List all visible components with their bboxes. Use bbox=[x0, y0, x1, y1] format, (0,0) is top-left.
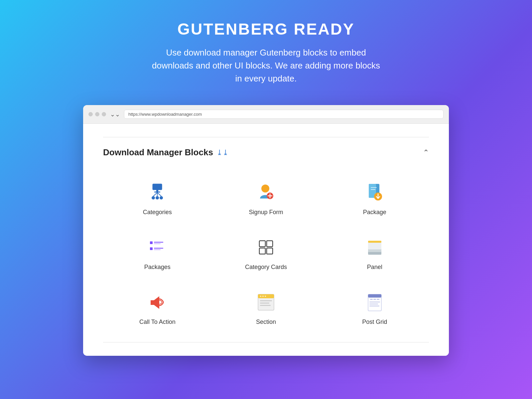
svg-rect-47 bbox=[377, 299, 379, 300]
panel-label: Panel bbox=[367, 264, 382, 271]
chevron-up-icon: ⌃ bbox=[423, 148, 429, 157]
block-item-panel[interactable]: Panel bbox=[320, 226, 429, 281]
blocks-section-title: Download Manager Blocks bbox=[103, 147, 213, 158]
svg-rect-26 bbox=[259, 241, 265, 247]
svg-rect-20 bbox=[154, 242, 163, 243]
svg-rect-27 bbox=[267, 241, 273, 247]
svg-rect-49 bbox=[369, 304, 378, 305]
category-cards-label: Category Cards bbox=[245, 264, 287, 271]
svg-rect-29 bbox=[267, 248, 273, 254]
dot-red bbox=[88, 112, 93, 116]
svg-rect-45 bbox=[370, 299, 373, 300]
svg-rect-44 bbox=[368, 294, 381, 298]
svg-point-38 bbox=[265, 296, 266, 297]
hero-section: GUTENBERG READY Use download manager Gut… bbox=[136, 0, 396, 98]
block-item-category-cards[interactable]: Category Cards bbox=[212, 226, 321, 281]
dot-green bbox=[102, 112, 106, 116]
browser-content: Download Manager Blocks ⤓⤓ ⌃ bbox=[83, 124, 449, 356]
block-item-post-grid[interactable]: Post Grid bbox=[320, 281, 429, 335]
svg-rect-25 bbox=[154, 249, 161, 250]
svg-rect-15 bbox=[371, 187, 377, 188]
browser-url-bar[interactable]: https://www.wpdownloadmanager.com bbox=[124, 110, 444, 119]
svg-rect-0 bbox=[153, 184, 162, 190]
chevron-down-double-icon: ⤓⤓ bbox=[216, 148, 228, 157]
hero-subtitle: Use download manager Gutenberg blocks to… bbox=[150, 46, 382, 85]
svg-line-6 bbox=[153, 193, 157, 196]
svg-rect-46 bbox=[373, 299, 376, 300]
svg-rect-24 bbox=[154, 248, 163, 249]
call-to-action-icon bbox=[146, 291, 169, 314]
panel-icon bbox=[363, 236, 386, 259]
block-item-signup-form[interactable]: Signup Form bbox=[212, 171, 321, 226]
category-cards-icon bbox=[254, 236, 278, 259]
block-item-categories[interactable]: Categories bbox=[103, 171, 212, 226]
block-item-packages[interactable]: Packages bbox=[103, 226, 212, 281]
categories-icon bbox=[146, 181, 169, 204]
svg-rect-1 bbox=[156, 190, 158, 192]
svg-rect-50 bbox=[369, 306, 379, 307]
packages-label: Packages bbox=[144, 264, 171, 271]
svg-point-4 bbox=[156, 196, 159, 200]
svg-point-5 bbox=[160, 196, 163, 200]
blocks-grid: Categories Signup Form bbox=[103, 171, 429, 335]
block-item-section[interactable]: Section bbox=[212, 281, 321, 335]
bottom-divider bbox=[103, 342, 429, 342]
browser-toolbar: ⌄⌄ https://www.wpdownloadmanager.com bbox=[83, 105, 449, 124]
svg-line-8 bbox=[157, 193, 161, 196]
browser-window: ⌄⌄ https://www.wpdownloadmanager.com Dow… bbox=[83, 105, 449, 356]
svg-point-9 bbox=[261, 185, 269, 193]
block-item-package[interactable]: Package bbox=[320, 171, 429, 226]
svg-rect-28 bbox=[259, 248, 265, 254]
signup-form-icon bbox=[254, 181, 278, 204]
svg-rect-39 bbox=[260, 300, 272, 301]
browser-nav-icon: ⌄⌄ bbox=[110, 111, 120, 118]
block-item-call-to-action[interactable]: Call To Action bbox=[103, 281, 212, 335]
svg-rect-33 bbox=[368, 241, 381, 243]
section-icon bbox=[254, 291, 278, 314]
post-grid-label: Post Grid bbox=[362, 319, 387, 326]
svg-point-37 bbox=[262, 296, 264, 297]
package-label: Package bbox=[363, 209, 386, 216]
dot-yellow bbox=[95, 112, 99, 116]
svg-rect-40 bbox=[260, 303, 269, 304]
blocks-header: Download Manager Blocks ⤓⤓ ⌃ bbox=[103, 147, 429, 158]
post-grid-icon bbox=[363, 291, 386, 314]
svg-point-36 bbox=[260, 296, 261, 297]
hero-title: GUTENBERG READY bbox=[150, 20, 382, 38]
svg-rect-21 bbox=[154, 243, 161, 244]
signup-form-label: Signup Form bbox=[249, 209, 283, 216]
package-icon bbox=[363, 181, 386, 204]
svg-rect-2 bbox=[154, 192, 160, 193]
svg-rect-48 bbox=[369, 302, 380, 303]
blocks-header-left: Download Manager Blocks ⤓⤓ bbox=[103, 147, 228, 158]
browser-dots bbox=[88, 112, 106, 116]
call-to-action-label: Call To Action bbox=[139, 319, 176, 326]
svg-rect-41 bbox=[260, 305, 271, 306]
svg-rect-16 bbox=[371, 189, 375, 190]
svg-point-3 bbox=[152, 196, 155, 200]
section-label: Section bbox=[256, 319, 276, 326]
packages-icon bbox=[146, 236, 169, 259]
categories-label: Categories bbox=[143, 209, 172, 216]
top-divider bbox=[103, 137, 429, 137]
